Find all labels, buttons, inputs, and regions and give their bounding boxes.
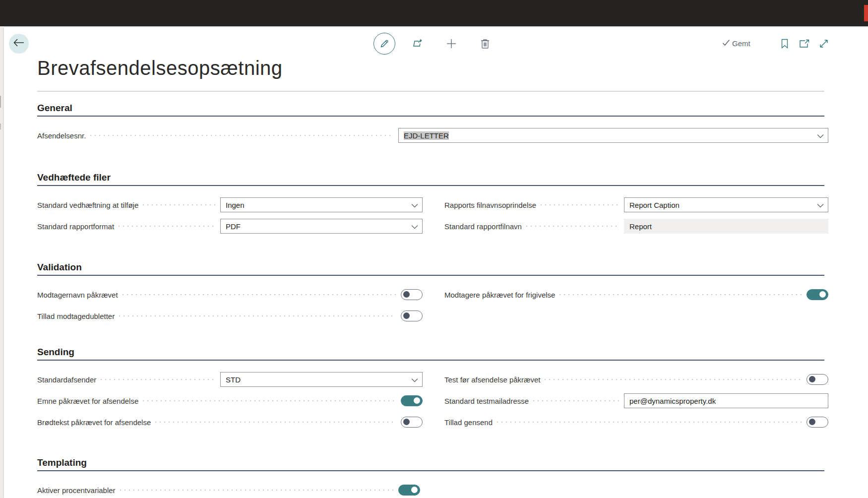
testmail-control bbox=[624, 393, 828, 408]
field-row-afsendelsesnr: Afsendelsesnr. EJD-LETTER bbox=[37, 128, 828, 143]
readonly-value: Report bbox=[629, 222, 652, 231]
field-label: Aktiver procentvariabler bbox=[37, 486, 116, 495]
aktiver-procentvariabler-toggle[interactable] bbox=[398, 485, 420, 496]
combobox-value: PDF bbox=[226, 222, 241, 231]
dotted-leader bbox=[559, 294, 802, 295]
afsendelsesnr-combobox[interactable]: EJD-LETTER bbox=[398, 128, 828, 143]
bookmark-icon bbox=[781, 39, 789, 49]
open-in-window-icon bbox=[799, 39, 810, 49]
field-label: Modtagernavn påkrævet bbox=[37, 291, 118, 299]
tillad-gensend-toggle[interactable] bbox=[806, 417, 828, 428]
delete-button[interactable] bbox=[479, 38, 491, 50]
section-general-title[interactable]: General bbox=[37, 102, 824, 117]
field-row-tillad-gensend: Tillad gensend bbox=[444, 415, 828, 430]
templating-control-zone bbox=[398, 485, 828, 496]
field-row-broedtekst-paakraevet: Brødtekst påkrævet for afsendelse bbox=[37, 415, 423, 430]
field-row-modtagere-paakraevet-frigivelse: Modtagere påkrævet for frigivelse bbox=[444, 287, 828, 302]
field-label: Emne påkrævet for afsendelse bbox=[37, 397, 138, 405]
standard-rapportfilnavn-field: Report bbox=[624, 219, 828, 234]
field-row-rapports-filnavnsoprindelse: Rapports filnavnsoprindelse Report Capti… bbox=[444, 197, 828, 212]
section-validation: Validation Modtagernavn påkrævet Tillad … bbox=[37, 261, 828, 323]
section-validation-title[interactable]: Validation bbox=[37, 261, 824, 276]
section-sending-title[interactable]: Sending bbox=[37, 346, 824, 361]
standard-rapportformat-combobox[interactable]: PDF bbox=[220, 219, 423, 234]
field-row-standard-testmailadresse: Standard testmailadresse bbox=[444, 393, 828, 408]
field-label: Tillad gensend bbox=[444, 418, 493, 427]
dotted-leader bbox=[526, 226, 619, 227]
checkmark-icon bbox=[722, 39, 730, 48]
standard-testmailadresse-input[interactable] bbox=[624, 393, 828, 408]
section-attachments: Vedhæftede filer Standard vedhæftning at… bbox=[37, 171, 828, 234]
setup-page-card: Gemt Brevafsendelsesopsætning General bbox=[4, 27, 868, 498]
dotted-leader bbox=[541, 204, 619, 205]
field-label: Standard rapportformat bbox=[37, 222, 114, 231]
rapports-filnavnsoprindelse-combobox[interactable]: Report Caption bbox=[624, 197, 828, 212]
field-row-modtagernavn-paakraevet: Modtagernavn påkrævet bbox=[37, 287, 423, 302]
field-label: Afsendelsesnr. bbox=[37, 131, 86, 140]
notification-badge-cutoff bbox=[864, 5, 868, 21]
dotted-leader bbox=[120, 490, 393, 491]
top-navigation-bar bbox=[0, 0, 868, 26]
emne-paakraevet-toggle[interactable] bbox=[401, 395, 423, 406]
save-status: Gemt bbox=[722, 39, 750, 48]
field-row-standardafsender: Standardafsender STD bbox=[37, 372, 423, 387]
field-label: Standardafsender bbox=[37, 375, 96, 384]
tillad-modtagedubletter-toggle[interactable] bbox=[401, 311, 423, 321]
trash-icon bbox=[480, 38, 491, 49]
afsendelsesnr-value: EJD-LETTER bbox=[404, 131, 449, 140]
field-row-standard-vedhaeftning: Standard vedhæftning at tilføje Ingen bbox=[37, 197, 423, 212]
field-row-standard-rapportformat: Standard rapportformat PDF bbox=[37, 219, 423, 234]
broedtekst-paakraevet-toggle[interactable] bbox=[401, 417, 423, 428]
modtagere-paakraevet-frigivelse-toggle[interactable] bbox=[806, 289, 828, 300]
bookmark-button[interactable] bbox=[779, 38, 790, 49]
background-page-remnant bbox=[0, 96, 1, 108]
chevron-down-icon bbox=[817, 131, 824, 140]
pencil-icon bbox=[379, 38, 390, 49]
combobox-value: Report Caption bbox=[629, 201, 680, 209]
dotted-leader bbox=[497, 422, 802, 423]
field-label: Brødtekst påkrævet for afsendelse bbox=[37, 418, 151, 427]
page-title: Brevafsendelsesopsætning bbox=[37, 57, 283, 79]
background-page-remnant bbox=[0, 124, 1, 129]
open-in-new-window-button[interactable] bbox=[799, 38, 810, 49]
combobox-value: STD bbox=[226, 375, 241, 384]
edit-button[interactable] bbox=[373, 33, 395, 55]
field-row-emne-paakraevet: Emne påkrævet for afsendelse bbox=[37, 393, 423, 408]
standardafsender-combobox[interactable]: STD bbox=[220, 372, 423, 387]
dotted-leader bbox=[143, 204, 215, 205]
dotted-leader bbox=[545, 379, 802, 380]
field-label: Rapports filnavnsoprindelse bbox=[444, 201, 536, 209]
chevron-down-icon bbox=[411, 222, 418, 231]
section-sending: Sending Standardafsender STD Emne påkræv… bbox=[37, 346, 828, 430]
field-label: Standard rapportfilnavn bbox=[444, 222, 522, 231]
title-divider bbox=[37, 91, 824, 92]
chevron-down-icon bbox=[411, 201, 418, 209]
dotted-leader bbox=[123, 294, 396, 295]
field-row-test-foer-afsendelse: Test før afsendelse påkrævet bbox=[444, 372, 828, 387]
field-row-standard-rapportfilnavn: Standard rapportfilnavn Report bbox=[444, 219, 828, 234]
save-status-label: Gemt bbox=[732, 39, 750, 48]
field-label: Modtagere påkrævet for frigivelse bbox=[444, 291, 555, 299]
section-templating-title[interactable]: Templating bbox=[37, 456, 824, 471]
back-button[interactable] bbox=[9, 34, 29, 54]
dotted-leader bbox=[533, 400, 619, 401]
share-button[interactable] bbox=[412, 38, 424, 50]
dotted-leader bbox=[101, 379, 215, 380]
new-button[interactable] bbox=[445, 38, 457, 50]
field-row-aktiver-procentvariabler: Aktiver procentvariabler bbox=[37, 483, 828, 498]
section-general: General Afsendelsesnr. EJD-LETTER bbox=[37, 102, 828, 143]
standard-vedhaeftning-combobox[interactable]: Ingen bbox=[220, 197, 423, 212]
chevron-down-icon bbox=[411, 375, 418, 384]
modtagernavn-paakraevet-toggle[interactable] bbox=[401, 289, 423, 300]
section-attachments-title[interactable]: Vedhæftede filer bbox=[37, 171, 824, 186]
field-label: Tillad modtagedubletter bbox=[37, 312, 115, 320]
expand-page-button[interactable] bbox=[818, 38, 829, 49]
test-foer-afsendelse-toggle[interactable] bbox=[806, 374, 828, 385]
page-left-gutter bbox=[0, 26, 4, 498]
combobox-value: Ingen bbox=[226, 201, 245, 209]
field-label: Standard vedhæftning at tilføje bbox=[37, 201, 138, 209]
field-label: Standard testmailadresse bbox=[444, 397, 529, 405]
plus-icon bbox=[445, 38, 457, 50]
dotted-leader bbox=[143, 400, 396, 401]
dotted-leader bbox=[90, 135, 393, 136]
